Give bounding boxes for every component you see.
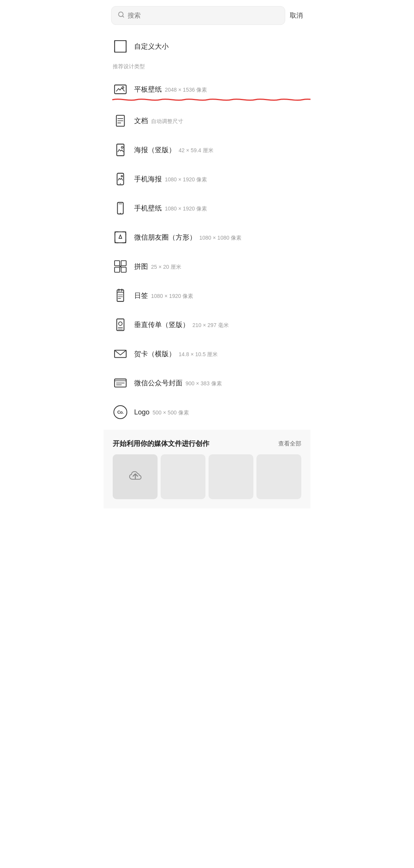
logo-size: 500 × 500 像素 bbox=[153, 409, 189, 416]
svg-line-1 bbox=[122, 16, 123, 17]
document-size: 自动调整尺寸 bbox=[151, 118, 183, 125]
svg-rect-20 bbox=[121, 261, 126, 266]
logo-circle: Co. bbox=[113, 405, 127, 419]
wechat-square-text: 微信朋友圈（方形） 1080 × 1080 像素 bbox=[134, 233, 301, 242]
custom-size-label: 自定义大小 bbox=[134, 42, 169, 51]
svg-point-12 bbox=[121, 176, 123, 177]
bottom-section: 开始利用你的媒体文件进行创作 查看全部 bbox=[104, 430, 310, 508]
logo-text: Logo 500 × 500 像素 bbox=[134, 408, 301, 416]
bottom-title: 开始利用你的媒体文件进行创作 bbox=[113, 439, 209, 448]
wechat-cover-name: 微信公众号封面 bbox=[134, 378, 182, 388]
wechat-cover-size: 900 × 383 像素 bbox=[186, 380, 222, 387]
poster-vertical-icon bbox=[113, 142, 128, 158]
document-name: 文档 bbox=[134, 116, 148, 125]
wechat-cover-text: 微信公众号封面 900 × 383 像素 bbox=[134, 378, 301, 388]
svg-rect-25 bbox=[117, 290, 123, 301]
poster-vertical-text: 海报（竖版） 42 × 59.4 厘米 bbox=[134, 145, 301, 155]
media-card-3[interactable] bbox=[209, 454, 253, 499]
cancel-button[interactable]: 取消 bbox=[290, 10, 303, 21]
media-card-4[interactable] bbox=[256, 454, 301, 499]
media-grid bbox=[113, 454, 301, 499]
svg-point-35 bbox=[118, 322, 122, 325]
phone-poster-name: 手机海报 bbox=[134, 174, 162, 184]
media-card-upload[interactable] bbox=[113, 454, 158, 499]
media-card-2[interactable] bbox=[161, 454, 205, 499]
svg-rect-2 bbox=[115, 41, 126, 52]
list-item[interactable]: 手机壁纸 1080 × 1920 像素 bbox=[104, 194, 310, 223]
phone-poster-text: 手机海报 1080 × 1920 像素 bbox=[134, 174, 301, 184]
phone-wallpaper-size: 1080 × 1920 像素 bbox=[165, 205, 207, 212]
phone-wallpaper-icon bbox=[113, 201, 128, 216]
list-item[interactable]: 微信朋友圈（方形） 1080 × 1080 像素 bbox=[104, 223, 310, 252]
puzzle-text: 拼图 25 × 20 厘米 bbox=[134, 262, 301, 271]
wavy-underline bbox=[113, 97, 310, 102]
svg-point-13 bbox=[120, 183, 121, 184]
puzzle-icon bbox=[113, 259, 128, 274]
diary-name: 日签 bbox=[134, 291, 148, 300]
list-item[interactable]: 垂直传单（竖版） 210 × 297 毫米 bbox=[104, 310, 310, 339]
svg-point-4 bbox=[122, 87, 124, 89]
custom-size-icon bbox=[113, 39, 128, 54]
design-list: 平板壁纸 2048 × 1536 像素 文档 自动调整尺寸 bbox=[104, 75, 310, 427]
svg-rect-14 bbox=[117, 202, 123, 214]
list-item[interactable]: 日签 1080 × 1920 像素 bbox=[104, 281, 310, 310]
svg-marker-18 bbox=[119, 235, 122, 238]
search-input-wrapper[interactable] bbox=[111, 6, 285, 25]
svg-rect-34 bbox=[117, 319, 124, 330]
wechat-square-icon bbox=[113, 230, 128, 245]
tablet-wallpaper-size: 2048 × 1536 像素 bbox=[165, 87, 207, 94]
svg-rect-22 bbox=[121, 267, 126, 272]
diary-icon bbox=[113, 288, 128, 303]
puzzle-size: 25 × 20 厘米 bbox=[151, 264, 181, 271]
document-icon bbox=[113, 113, 128, 128]
svg-point-16 bbox=[120, 213, 121, 214]
logo-icon: Co. bbox=[113, 404, 128, 420]
document-text: 文档 自动调整尺寸 bbox=[134, 116, 301, 125]
greeting-card-text: 贺卡（横版） 14.8 × 10.5 厘米 bbox=[134, 349, 301, 358]
phone-poster-size: 1080 × 1920 像素 bbox=[165, 176, 207, 183]
flyer-vertical-icon bbox=[113, 317, 128, 332]
search-bar: 取消 bbox=[104, 0, 310, 31]
svg-rect-17 bbox=[115, 232, 126, 243]
svg-rect-19 bbox=[115, 261, 120, 266]
list-item[interactable]: 微信公众号封面 900 × 383 像素 bbox=[104, 368, 310, 398]
wechat-square-size: 1080 × 1080 像素 bbox=[199, 235, 242, 242]
greeting-card-size: 14.8 × 10.5 厘米 bbox=[179, 351, 218, 358]
poster-vertical-size: 42 × 59.4 厘米 bbox=[179, 147, 214, 154]
list-item[interactable]: 手机海报 1080 × 1920 像素 bbox=[104, 164, 310, 194]
list-item[interactable]: 文档 自动调整尺寸 bbox=[104, 106, 310, 135]
bottom-header: 开始利用你的媒体文件进行创作 查看全部 bbox=[113, 439, 301, 448]
search-icon bbox=[118, 11, 125, 20]
svg-point-10 bbox=[121, 146, 123, 148]
phone-wallpaper-name: 手机壁纸 bbox=[134, 204, 162, 213]
list-item[interactable]: 拼图 25 × 20 厘米 bbox=[104, 252, 310, 281]
upload-icon bbox=[128, 468, 143, 486]
list-item[interactable]: 贺卡（横版） 14.8 × 10.5 厘米 bbox=[104, 339, 310, 368]
view-all-button[interactable]: 查看全部 bbox=[278, 440, 301, 447]
greeting-card-name: 贺卡（横版） bbox=[134, 349, 176, 358]
flyer-vertical-name: 垂直传单（竖版） bbox=[134, 320, 189, 329]
svg-rect-9 bbox=[117, 144, 124, 156]
puzzle-name: 拼图 bbox=[134, 262, 148, 271]
flyer-vertical-text: 垂直传单（竖版） 210 × 297 毫米 bbox=[134, 320, 301, 329]
logo-name: Logo bbox=[134, 408, 150, 416]
greeting-card-icon bbox=[113, 346, 128, 362]
search-input[interactable] bbox=[128, 12, 279, 20]
custom-size-item[interactable]: 自定义大小 bbox=[104, 31, 310, 62]
phone-poster-icon bbox=[113, 171, 128, 187]
diary-size: 1080 × 1920 像素 bbox=[151, 293, 193, 300]
flyer-vertical-size: 210 × 297 毫米 bbox=[192, 322, 229, 329]
list-item[interactable]: 平板壁纸 2048 × 1536 像素 bbox=[104, 75, 310, 106]
section-title: 推荐设计类型 bbox=[104, 62, 310, 75]
tablet-wallpaper-icon bbox=[113, 82, 128, 97]
svg-rect-21 bbox=[115, 267, 120, 272]
list-item[interactable]: 海报（竖版） 42 × 59.4 厘米 bbox=[104, 135, 310, 164]
diary-text: 日签 1080 × 1920 像素 bbox=[134, 291, 301, 300]
tablet-wallpaper-text: 平板壁纸 2048 × 1536 像素 bbox=[134, 85, 301, 94]
svg-rect-40 bbox=[115, 379, 126, 381]
phone-wallpaper-text: 手机壁纸 1080 × 1920 像素 bbox=[134, 204, 301, 213]
tablet-wallpaper-name: 平板壁纸 bbox=[134, 85, 162, 94]
wechat-cover-icon bbox=[113, 375, 128, 391]
poster-vertical-name: 海报（竖版） bbox=[134, 145, 176, 155]
list-item[interactable]: Co. Logo 500 × 500 像素 bbox=[104, 398, 310, 427]
